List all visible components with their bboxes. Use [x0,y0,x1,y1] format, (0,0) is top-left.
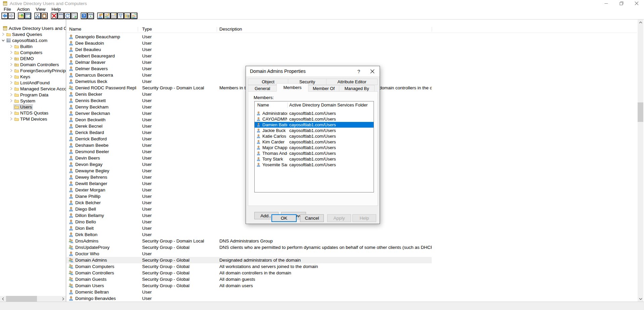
column-separator[interactable] [138,27,138,32]
table-row[interactable]: Domingo BenavidesUser [67,295,637,302]
expand-icon[interactable] [9,110,13,116]
collapse-icon[interactable] [1,37,5,43]
tree-item-demo[interactable]: DEMO [0,55,66,61]
refresh-button[interactable] [64,12,71,19]
member-row[interactable]: CAYOADMINcayosoftlab1.com/Users [255,116,374,122]
tree-scrollbar-thumb[interactable] [6,296,37,302]
paste-button[interactable] [41,12,48,19]
tree-horizontal-scrollbar[interactable] [0,296,66,302]
expand-icon[interactable] [1,31,5,37]
restore-button[interactable] [614,0,629,7]
tree-item-users[interactable]: Users [0,104,66,110]
table-row[interactable]: Domenic BeltranUser [67,289,637,295]
expand-icon[interactable] [9,55,13,61]
scroll-up-icon[interactable] [638,19,643,25]
tree-item-program-data[interactable]: Program Data [0,92,66,98]
list-vertical-scrollbar[interactable] [638,19,643,302]
member-row[interactable]: Tony Starkcayosoftlab1.com/Users [255,156,374,162]
new-user-button[interactable] [97,12,104,19]
minimize-button[interactable] [599,0,614,7]
tree-item-active-directory-users-and-com[interactable]: Active Directory Users and Com [0,25,66,31]
tree-item-lostandfound[interactable]: LostAndFound [0,80,66,86]
tab-member-of[interactable]: Member Of [308,85,339,92]
tree-item-ntds-quotas[interactable]: NTDS Quotas [0,110,66,116]
table-row[interactable]: Domain GuestsSecurity Group - GlobalAll … [67,276,637,282]
find-button[interactable] [124,12,131,19]
table-row[interactable]: DnsUpdateProxySecurity Group - GlobalDNS… [67,244,637,251]
tab-members[interactable]: Members [276,83,308,92]
list-scrollbar-thumb[interactable] [638,102,643,122]
table-row[interactable]: Delmar BeaverUser [67,59,637,65]
menu-file[interactable]: File [1,7,14,12]
table-row[interactable]: Domain UsersSecurity Group - GlobalAll d… [67,282,637,289]
scroll-left-icon[interactable] [0,296,6,302]
table-row[interactable]: Dee BeaudoinUser [67,40,637,46]
close-button[interactable] [629,0,644,7]
export-list-button[interactable] [71,12,78,19]
new-window-button[interactable] [87,12,94,19]
expand-icon[interactable] [9,80,13,86]
new-ou-button[interactable] [111,12,117,19]
change-domain-button[interactable] [131,12,137,19]
properties-button[interactable] [57,12,64,19]
tree-item-domain-controllers[interactable]: Domain Controllers [0,61,66,68]
expand-icon[interactable] [9,116,13,122]
table-row[interactable]: Delbert BeauregardUser [67,53,637,59]
tree-item-builtin[interactable]: Builtin [0,43,66,49]
tab-general[interactable]: General [248,85,277,92]
menu-view[interactable]: View [33,7,48,12]
menu-help[interactable]: Help [48,7,64,12]
member-row[interactable]: Administratorcayosoftlab1.com/Users [255,110,374,116]
up-one-level-button[interactable] [18,12,25,19]
tree-item-keys[interactable]: Keys [0,74,66,80]
member-row[interactable]: Yosemite Samcayosoftlab1.com/Users [255,162,374,168]
expand-icon[interactable] [9,98,13,104]
column-header-type[interactable]: Type [142,26,152,33]
tree-item-foreignsecurityprincipals[interactable]: ForeignSecurityPrincipals [0,68,66,74]
expand-icon[interactable] [9,92,13,98]
table-row[interactable]: Dion BeltUser [67,225,637,231]
tab-managed-by[interactable]: Managed By [339,85,375,92]
member-row[interactable]: Jackie Buckcayosoftlab1.com/Users [255,128,374,133]
expand-icon[interactable] [9,74,13,80]
filter-button[interactable] [117,12,124,19]
member-row[interactable]: Katie Carloscayosoftlab1.com/Users [255,133,374,139]
delete-button[interactable] [51,12,57,19]
expand-icon[interactable] [9,68,13,74]
member-row[interactable]: Kim Cardercayosoftlab1.com/Users [255,139,374,145]
table-row[interactable]: Domain ControllersSecurity Group - Globa… [67,270,637,276]
menu-action[interactable]: Action [14,7,33,12]
table-row[interactable]: DnsAdminsSecurity Group - Domain LocalDN… [67,238,637,244]
forward-button[interactable] [8,12,15,19]
member-row[interactable]: Thomas Ande...cayosoftlab1.com/Users [255,150,374,156]
expand-icon[interactable] [9,61,13,68]
tree-item-managed-service-accounts[interactable]: Managed Service Accounts [0,86,66,92]
scroll-right-icon[interactable] [60,296,66,302]
column-header-description[interactable]: Description [219,26,242,33]
members-column-separator[interactable] [287,102,288,108]
new-group-button[interactable] [104,12,111,19]
column-header-name[interactable]: Name [69,26,81,33]
members-column-name[interactable]: Name [257,101,269,109]
dialog-close-icon[interactable] [366,66,379,76]
table-row[interactable]: Domain ComputersSecurity Group - GlobalA… [67,263,637,270]
tree-item-computers[interactable]: Computers [0,49,66,55]
tree-item-system[interactable]: System [0,98,66,104]
table-row[interactable]: Deangelo BeauchampUser [67,34,637,40]
dialog-help-icon[interactable]: ? [353,66,365,76]
show-console-tree-button[interactable] [25,12,31,19]
members-column-folder[interactable]: Active Directory Domain Services Folder [289,101,368,109]
table-row[interactable]: Dirk BeltonUser [67,231,637,238]
scroll-down-icon[interactable] [638,296,643,302]
table-row[interactable]: Del BeaulieuUser [67,46,637,53]
expand-icon[interactable] [9,49,13,55]
column-separator[interactable] [217,27,217,32]
ok-button[interactable]: OK [271,214,297,222]
tree-item-saved-queries[interactable]: Saved Queries [0,31,66,37]
cut-button[interactable] [34,12,41,19]
member-row[interactable]: Damien Battencayosoftlab1.com/Users [255,122,374,128]
expand-icon[interactable] [9,86,13,92]
table-row[interactable]: Domain AdminsSecurity Group - GlobalDesi… [67,257,637,263]
tree-item-cayosoftlab1-com[interactable]: cayosoftlab1.com [0,37,66,43]
cancel-button[interactable]: Cancel [300,214,324,222]
